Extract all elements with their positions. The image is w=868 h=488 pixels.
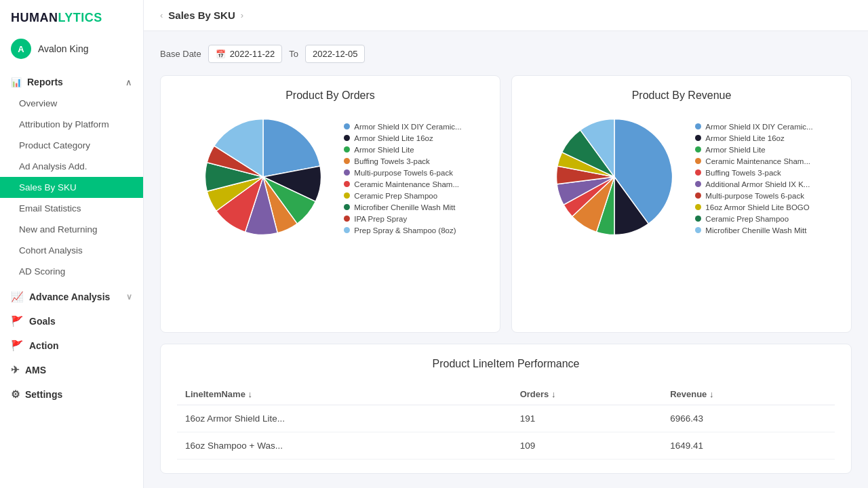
legend-dot: [695, 123, 701, 129]
legend-dot: [695, 204, 701, 210]
to-label: To: [289, 49, 298, 59]
performance-table: LineItemName ↓Orders ↓Revenue ↓ 16oz Arm…: [177, 384, 835, 460]
legend-item: Buffing Towels 3-pack: [695, 169, 812, 177]
sidebar-item-sales-by-sku[interactable]: Sales By SKU: [0, 177, 143, 198]
user-name: Avalon King: [38, 43, 88, 54]
legend-item: Additional Armor Shield IX K...: [695, 180, 812, 188]
legend-item: IPA Prep Spray: [344, 215, 461, 223]
page-title: Sales By SKU: [168, 9, 235, 21]
legend-dot: [344, 204, 350, 210]
ams-item[interactable]: ✈ AMS: [0, 358, 143, 382]
user-profile[interactable]: A Avalon King: [0, 33, 143, 68]
revenue-legend: Armor Shield IX DIY Ceramic...Armor Shie…: [695, 123, 812, 235]
column-header-name[interactable]: LineItemName ↓: [177, 384, 512, 405]
sidebar-item-overview[interactable]: Overview: [0, 93, 143, 114]
legend-label: Microfiber Chenille Wash Mitt: [354, 203, 455, 211]
pie-orders: [199, 113, 328, 244]
sidebar-item-ad-scoring[interactable]: AD Scoring: [0, 261, 143, 282]
legend-label: Ceramic Maintenance Sham...: [354, 180, 459, 188]
column-header-revenue[interactable]: Revenue ↓: [662, 384, 835, 405]
legend-item: Multi-purpose Towels 6-pack: [695, 192, 812, 200]
legend-dot: [695, 158, 701, 164]
legend-dot: [695, 169, 701, 176]
legend-dot: [344, 192, 350, 199]
sidebar: HUMANLYTICS A Avalon King 📊 Reports ∧ Ov…: [0, 0, 144, 488]
legend-dot: [344, 181, 350, 187]
reports-label: Reports: [27, 77, 63, 87]
legend-dot: [344, 146, 350, 152]
column-header-orders[interactable]: Orders ↓: [512, 384, 662, 405]
legend-label: Armor Shield Lite 16oz: [705, 134, 784, 142]
calendar-icon: 📅: [216, 49, 226, 59]
forward-arrow-icon[interactable]: ›: [241, 10, 243, 20]
table-header: LineItemName ↓Orders ↓Revenue ↓: [177, 384, 835, 405]
reports-header[interactable]: 📊 Reports ∧: [0, 71, 143, 93]
legend-item: Armor Shield Lite 16oz: [695, 134, 812, 142]
from-date-input[interactable]: 📅 2022-11-22: [208, 45, 283, 63]
action-item[interactable]: 🚩 Action: [0, 333, 143, 358]
legend-item: Ceramic Prep Shampoo: [344, 192, 461, 200]
table-row: 16oz Armor Shield Lite...1916966.43: [177, 405, 835, 432]
goals-item[interactable]: 🚩 Goals: [0, 309, 143, 333]
settings-label: Settings: [25, 389, 62, 400]
cell-orders: 191: [512, 405, 662, 432]
legend-dot: [695, 227, 701, 233]
logo-human: HUMAN: [11, 11, 58, 24]
legend-label: 16oz Armor Shield Lite BOGO: [705, 203, 809, 211]
action-label: Action: [29, 340, 59, 351]
orders-legend: Armor Shield IX DIY Ceramic...Armor Shie…: [344, 123, 461, 235]
legend-item: Multi-purpose Towels 6-pack: [344, 169, 461, 177]
logo: HUMANLYTICS: [0, 0, 143, 33]
cell-revenue: 6966.43: [662, 405, 835, 432]
legend-dot: [695, 135, 701, 141]
sidebar-item-product-category[interactable]: Product Category: [0, 135, 143, 156]
sidebar-item-ad-analysis[interactable]: Ad Analysis Add.: [0, 156, 143, 177]
back-arrow-icon[interactable]: ‹: [160, 10, 163, 20]
to-date-input[interactable]: 2022-12-05: [305, 45, 366, 63]
top-bar: ‹ Sales By SKU ›: [144, 0, 868, 31]
action-icon: 🚩: [11, 340, 24, 352]
settings-item[interactable]: ⚙ Settings: [0, 382, 143, 407]
legend-label: Microfiber Chenille Wash Mitt: [705, 226, 806, 235]
avatar: A: [11, 39, 31, 59]
legend-label: Multi-purpose Towels 6-pack: [705, 192, 804, 200]
ams-icon: ✈: [11, 364, 20, 376]
date-bar: Base Date 📅 2022-11-22 To 2022-12-05: [160, 45, 852, 63]
legend-item: Armor Shield Lite: [344, 146, 461, 154]
legend-dot: [344, 158, 350, 164]
chart-revenue: Product By Revenue Armor Shield IX DIY C…: [511, 75, 852, 333]
performance-table-card: Product LineItem Performance LineItemNam…: [160, 344, 852, 474]
from-date-value: 2022-11-22: [230, 49, 275, 59]
nav-items: OverviewAttribution by PlatformProduct C…: [0, 93, 143, 282]
main-content: ‹ Sales By SKU › Base Date 📅 2022-11-22 …: [144, 0, 868, 488]
legend-label: Buffing Towels 3-pack: [705, 169, 781, 177]
legend-label: Ceramic Prep Shampoo: [705, 215, 789, 223]
legend-item: Ceramic Maintenance Sham...: [695, 157, 812, 165]
legend-label: Armor Shield Lite: [705, 146, 765, 154]
legend-item: Prep Spray & Shampoo (8oz): [344, 226, 461, 235]
legend-label: Armor Shield Lite: [354, 146, 414, 154]
chart-revenue-title: Product By Revenue: [526, 89, 837, 102]
chart-orders-body: Armor Shield IX DIY Ceramic...Armor Shie…: [174, 113, 486, 244]
legend-dot: [695, 146, 701, 152]
legend-item: Armor Shield Lite: [695, 146, 812, 154]
legend-label: Armor Shield Lite 16oz: [354, 134, 433, 142]
table-title: Product LineItem Performance: [177, 358, 835, 370]
logo-lytics: LYTICS: [58, 11, 102, 24]
chart-orders-title: Product By Orders: [174, 89, 486, 102]
legend-dot: [344, 227, 350, 233]
legend-label: IPA Prep Spray: [354, 215, 407, 223]
content-area: Base Date 📅 2022-11-22 To 2022-12-05 Pro…: [144, 31, 868, 488]
chevron-up-icon: ∧: [125, 77, 132, 87]
sidebar-item-email-statistics[interactable]: Email Statistics: [0, 198, 143, 219]
sidebar-item-cohort-analysis[interactable]: Cohort Analysis: [0, 240, 143, 261]
cell-orders: 109: [512, 432, 662, 460]
sidebar-item-attribution[interactable]: Attribution by Platform: [0, 114, 143, 135]
legend-item: Microfiber Chenille Wash Mitt: [695, 226, 812, 235]
bar-chart-icon: 📊: [11, 77, 22, 87]
advance-analysis-item[interactable]: 📈 Advance Analysis ∨: [0, 285, 143, 309]
cell-name: 16oz Armor Shield Lite...: [177, 405, 512, 432]
legend-dot: [695, 192, 701, 199]
sidebar-item-new-returning[interactable]: New and Returning: [0, 219, 143, 240]
legend-label: Ceramic Prep Shampoo: [354, 192, 437, 200]
